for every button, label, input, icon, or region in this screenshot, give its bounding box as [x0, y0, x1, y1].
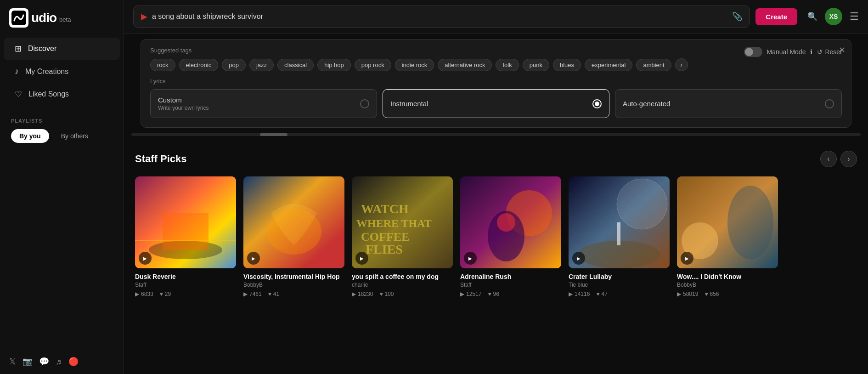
- card-stats-wow: ▶ 58019 ♥ 656: [677, 291, 778, 297]
- logo-area: udio beta: [0, 0, 124, 32]
- card-stats-crater: ▶ 14116 ♥ 47: [569, 291, 670, 297]
- main-content: ▶ a song about a shipwreck survivor 📎 Cr…: [124, 0, 868, 374]
- home-icon: ⊞: [15, 44, 22, 54]
- section-header: Staff Picks ‹ ›: [135, 151, 857, 167]
- music-icon: ♪: [15, 67, 19, 76]
- lyrics-options: Custom Write your own lyrics Instrumenta…: [150, 89, 842, 118]
- card-coffee[interactable]: WATCH WHERE THAT COFFEE FLIES ▶ you spil…: [352, 176, 453, 297]
- prev-button[interactable]: ‹: [820, 151, 837, 167]
- card-stats-dusk: ▶ 6833 ♥ 29: [135, 291, 236, 297]
- tag-electronic[interactable]: electronic: [179, 59, 219, 71]
- discord-icon[interactable]: 💬: [39, 357, 49, 367]
- card-play-crater: ▶: [572, 252, 585, 265]
- lyrics-option-custom[interactable]: Custom Write your own lyrics: [150, 89, 377, 118]
- sidebar-item-label-discover: Discover: [28, 45, 56, 53]
- logo-beta: beta: [59, 16, 71, 23]
- card-image-wow: ▶: [677, 176, 778, 268]
- tag-ambient[interactable]: ambient: [636, 59, 671, 71]
- heart-icon: ♡: [15, 89, 22, 99]
- card-author-coffee: charlie: [352, 282, 453, 288]
- arrow-icon: ▶: [141, 11, 147, 22]
- tag-pop[interactable]: pop: [222, 59, 246, 71]
- tag-folk[interactable]: folk: [496, 59, 519, 71]
- card-title-dusk: Dusk Reverie: [135, 273, 236, 280]
- card-image-coffee: WATCH WHERE THAT COFFEE FLIES ▶: [352, 176, 453, 268]
- manual-mode-label: Manual Mode: [767, 48, 806, 56]
- lyrics-option-instrumental[interactable]: Instrumental: [383, 89, 609, 118]
- tag-punk[interactable]: punk: [523, 59, 549, 71]
- sidebar-item-my-creations[interactable]: ♪ My Creations: [4, 61, 120, 82]
- topbar: ▶ a song about a shipwreck survivor 📎 Cr…: [124, 0, 868, 34]
- tag-experimental[interactable]: experimental: [585, 59, 632, 71]
- card-author-viscosity: BobbyB: [243, 282, 344, 288]
- tag-alternative-rock[interactable]: alternative rock: [438, 59, 492, 71]
- svg-point-17: [617, 179, 667, 229]
- card-crater[interactable]: ▶ Crater Lullaby Tie blue ▶ 14116 ♥ 47: [569, 176, 670, 297]
- search-box[interactable]: ▶ a song about a shipwreck survivor 📎: [133, 6, 750, 28]
- card-title-viscosity: Viscosity, Instrumental Hip Hop: [243, 273, 344, 280]
- lyrics-option-auto[interactable]: Auto-generated: [615, 89, 842, 118]
- tag-classical[interactable]: classical: [277, 59, 314, 71]
- svg-rect-3: [163, 213, 209, 250]
- svg-text:FLIES: FLIES: [366, 242, 403, 256]
- sidebar: udio beta ⊞ Discover ♪ My Creations ♡ Li…: [0, 0, 124, 374]
- search-icon[interactable]: 🔍: [807, 11, 817, 22]
- attachment-icon[interactable]: 📎: [732, 11, 742, 22]
- sidebar-item-discover[interactable]: ⊞ Discover: [4, 38, 120, 60]
- manual-mode-toggle[interactable]: [744, 47, 762, 57]
- custom-label: Custom: [158, 96, 209, 104]
- card-play-coffee: ▶: [355, 252, 368, 265]
- cards-grid: ▶ Dusk Reverie Staff ▶ 6833 ♥ 29: [135, 176, 857, 297]
- user-avatar[interactable]: XS: [825, 8, 842, 25]
- sidebar-item-label-liked: Liked Songs: [28, 90, 69, 98]
- panel-wrapper: ✕ Suggested tags rock electronic pop jaz…: [124, 34, 868, 128]
- nav-items: ⊞ Discover ♪ My Creations ♡ Liked Songs: [0, 32, 124, 111]
- tag-jazz[interactable]: jazz: [249, 59, 274, 71]
- sidebar-footer: 𝕏 📷 💬 ♬ 🔴: [0, 349, 124, 374]
- card-wow[interactable]: ▶ Wow.... I Didn't Know BobbyB ▶ 58019 ♥…: [677, 176, 778, 297]
- twitter-icon[interactable]: 𝕏: [9, 357, 16, 367]
- tag-rock[interactable]: rock: [150, 59, 175, 71]
- instrumental-radio-inner: [595, 102, 599, 106]
- card-dusk-reverie[interactable]: ▶ Dusk Reverie Staff ▶ 6833 ♥ 29: [135, 176, 236, 297]
- playlist-tab-by-you[interactable]: By you: [11, 129, 49, 143]
- card-author-crater: Tie blue: [569, 282, 670, 288]
- sidebar-item-liked-songs[interactable]: ♡ Liked Songs: [4, 83, 120, 105]
- playlist-tabs: By you By others: [11, 129, 113, 143]
- close-panel-button[interactable]: ✕: [839, 45, 845, 55]
- scrollbar-track[interactable]: [131, 133, 861, 136]
- tag-hip-hop[interactable]: hip hop: [317, 59, 351, 71]
- reset-button[interactable]: ↺ Reset: [817, 48, 842, 56]
- svg-text:COFFEE: COFFEE: [361, 230, 409, 244]
- card-viscosity[interactable]: ▶ Viscosity, Instrumental Hip Hop BobbyB…: [243, 176, 344, 297]
- lyrics-option-custom-content: Custom Write your own lyrics: [158, 96, 209, 111]
- playlist-tab-by-others[interactable]: By others: [53, 129, 96, 143]
- sidebar-item-label-creations: My Creations: [25, 68, 68, 76]
- instagram-icon[interactable]: 📷: [23, 357, 33, 367]
- likes-crater: ♥ 47: [596, 291, 607, 297]
- card-image-crater: ▶: [569, 176, 670, 268]
- plays-wow: ▶ 58019: [677, 291, 698, 297]
- tag-pop-rock[interactable]: pop rock: [355, 59, 391, 71]
- tags-more-button[interactable]: ›: [675, 58, 688, 71]
- reddit-icon[interactable]: 🔴: [68, 357, 79, 367]
- plays-adrenaline: ▶ 12517: [460, 291, 481, 297]
- topbar-right: 🔍 XS ☰: [807, 8, 859, 25]
- playlists-label: PLAYLISTS: [11, 118, 113, 124]
- card-adrenaline[interactable]: ▶ Adrenaline Rush Staff ▶ 12517 ♥ 96: [460, 176, 561, 297]
- card-title-coffee: you spilt a coffee on my dog: [352, 273, 453, 280]
- custom-radio: [360, 99, 369, 108]
- hamburger-icon[interactable]: ☰: [850, 11, 859, 23]
- svg-rect-19: [617, 222, 620, 245]
- card-title-adrenaline: Adrenaline Rush: [460, 273, 561, 280]
- tiktok-icon[interactable]: ♬: [56, 357, 62, 367]
- card-image-viscosity: ▶: [243, 176, 344, 268]
- next-button[interactable]: ›: [840, 151, 857, 167]
- plays-coffee: ▶ 18230: [352, 291, 373, 297]
- create-button[interactable]: Create: [755, 8, 797, 25]
- tag-indie-rock[interactable]: indie rock: [395, 59, 434, 71]
- card-title-crater: Crater Lullaby: [569, 273, 670, 280]
- scrollbar-thumb[interactable]: [260, 133, 287, 136]
- tag-blues[interactable]: blues: [553, 59, 581, 71]
- info-icon[interactable]: ℹ: [810, 48, 812, 56]
